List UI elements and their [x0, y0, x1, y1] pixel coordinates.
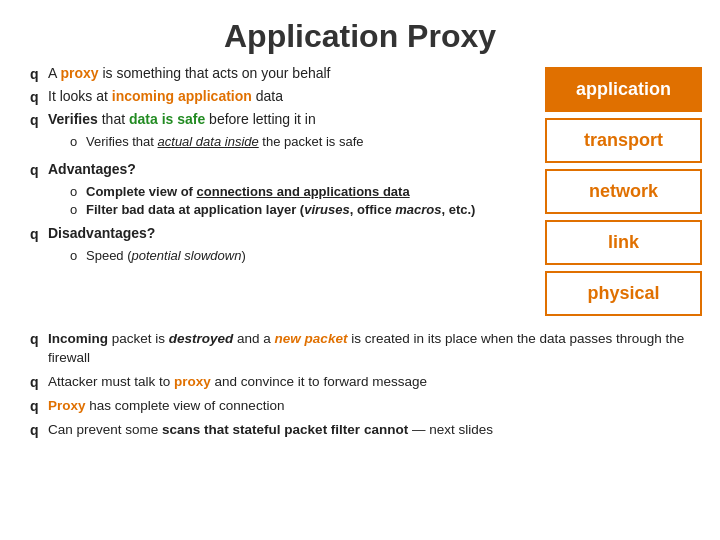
advantages-label: Advantages? [48, 161, 136, 177]
disadvantages-sub-1: o Speed (potential slowdown) [70, 248, 535, 263]
adv-sub-text-2: Filter bad data at application layer (vi… [86, 202, 475, 217]
disadvantages-header: q Disadvantages? [30, 225, 535, 242]
left-section: q A proxy is something that acts on your… [0, 65, 545, 316]
bullet-q-3: q [30, 112, 48, 128]
advantages-sub-items: o Complete view of connections and appli… [70, 184, 535, 217]
bottom-q-3: q [30, 398, 48, 414]
bullet-text-2: It looks at incoming application data [48, 88, 283, 104]
actual-data-inside: actual data inside [158, 134, 259, 149]
potential-slowdown: potential slowdown [132, 248, 242, 263]
osi-stack: application transport network link physi… [545, 65, 720, 316]
stack-application: application [545, 67, 702, 112]
proxy-word-3: Proxy [48, 398, 86, 413]
bullet-text-1: A proxy is something that acts on your b… [48, 65, 331, 81]
bullet-incoming: q It looks at incoming application data [30, 88, 535, 105]
viruses-word: viruses [304, 202, 350, 217]
stack-transport: transport [545, 118, 702, 163]
dis-sub-text-1: Speed (potential slowdown) [86, 248, 246, 263]
page-title: Application Proxy [0, 0, 720, 65]
bullet-q-adv: q [30, 162, 48, 178]
bullet-text-3: Verifies that data is safe before lettin… [48, 111, 316, 127]
bottom-q-1: q [30, 331, 48, 347]
bottom-bullet-2: q Attacker must talk to proxy and convin… [30, 373, 700, 392]
bottom-bullet-4: q Can prevent some scans that stateful p… [30, 421, 700, 440]
data-is-safe-phrase: data is safe [129, 111, 205, 127]
adv-sub-text-1: Complete view of connections and applica… [86, 184, 410, 199]
bullet-proxy: q A proxy is something that acts on your… [30, 65, 535, 82]
adv-sub-bullet-1: o [70, 184, 86, 199]
bottom-q-2: q [30, 374, 48, 390]
stack-link: link [545, 220, 702, 265]
bottom-text-1: Incoming packet is destroyed and a new p… [48, 330, 700, 368]
stack-physical: physical [545, 271, 702, 316]
macros-word: macros [395, 202, 441, 217]
adv-sub-bullet-2: o [70, 202, 86, 217]
dis-sub-bullet-1: o [70, 248, 86, 263]
advantages-sub-1: o Complete view of connections and appli… [70, 184, 535, 199]
verifies-word: Verifies [48, 111, 98, 127]
stack-network: network [545, 169, 702, 214]
bottom-bullets: q Incoming packet is destroyed and a new… [0, 316, 720, 454]
bullet-q-2: q [30, 89, 48, 105]
bullet-q-1: q [30, 66, 48, 82]
verifies-sub-items: o Verifies that actual data inside the p… [70, 134, 535, 149]
new-packet-phrase: new packet [275, 331, 348, 346]
bottom-q-4: q [30, 422, 48, 438]
connections-applications: connections and applications data [197, 184, 410, 199]
proxy-word: proxy [60, 65, 98, 81]
bottom-bullet-3: q Proxy has complete view of connection [30, 397, 700, 416]
proxy-word-2: proxy [174, 374, 211, 389]
sub-text-1: Verifies that actual data inside the pac… [86, 134, 364, 149]
bullet-q-dis: q [30, 226, 48, 242]
scans-phrase: scans that stateful packet filter cannot [162, 422, 408, 437]
bottom-text-4: Can prevent some scans that stateful pac… [48, 421, 493, 440]
bottom-text-2: Attacker must talk to proxy and convince… [48, 373, 427, 392]
advantages-header: q Advantages? [30, 161, 535, 178]
incoming-application-word: incoming application [112, 88, 252, 104]
sub-bullet-1: o [70, 134, 86, 149]
bullet-verifies: q Verifies that data is safe before lett… [30, 111, 535, 128]
verifies-sub-1: o Verifies that actual data inside the p… [70, 134, 535, 149]
disadvantages-sub-items: o Speed (potential slowdown) [70, 248, 535, 263]
incoming-word: Incoming [48, 331, 108, 346]
bottom-text-3: Proxy has complete view of connection [48, 397, 284, 416]
bottom-bullet-1: q Incoming packet is destroyed and a new… [30, 330, 700, 368]
advantages-sub-2: o Filter bad data at application layer (… [70, 202, 535, 217]
destroyed-word: destroyed [169, 331, 234, 346]
disadvantages-label: Disadvantages? [48, 225, 155, 241]
